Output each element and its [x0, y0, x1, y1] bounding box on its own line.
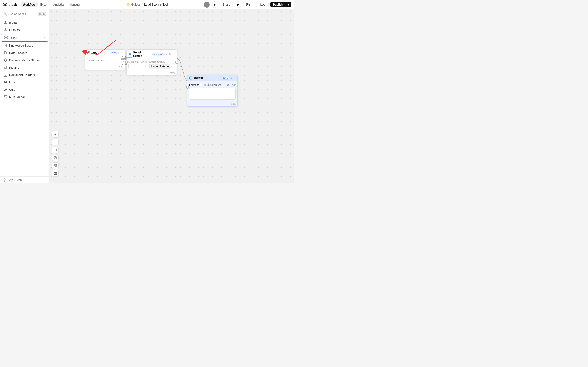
output-node-close[interactable]: ✕: [233, 76, 236, 80]
results-stepper[interactable]: ⌃⌄: [143, 65, 147, 67]
llms-chevron: ›: [44, 36, 45, 39]
play-icon-button[interactable]: ▶: [212, 1, 218, 8]
sidebar-item-utils[interactable]: Utils ›: [1, 86, 48, 93]
puzzle-icon: [4, 66, 7, 69]
sidebar-item-multi-modal[interactable]: Multi-Modal ›: [1, 93, 48, 100]
zoom-in-button[interactable]: +: [52, 131, 59, 138]
data-loaders-label: Data Loaders: [9, 51, 43, 55]
grid-button[interactable]: [52, 162, 59, 169]
edge-label: Input search for Google: [121, 55, 128, 66]
llms-label: LLMs: [10, 36, 42, 40]
country-field: Search Country United States us: [149, 61, 170, 69]
sidebar-item-plugins[interactable]: Plugins ›: [1, 64, 48, 71]
publish-caret-button[interactable]: ▾: [286, 2, 291, 7]
sidebar-item-data-loaders[interactable]: Data Loaders ›: [1, 49, 48, 56]
sidebar-item-document-readers[interactable]: Document Readers ›: [1, 71, 48, 78]
sidebar: 🔍 Ctrl K Inputs › Outputs ›: [0, 9, 49, 184]
utils-chevron: ›: [44, 88, 45, 91]
results-label: Number of Results: [128, 61, 147, 63]
search-icon: 🔍: [4, 12, 7, 16]
outputs-chevron: ›: [44, 28, 45, 31]
publish-main-button[interactable]: Publish: [270, 2, 286, 7]
input-node-close[interactable]: ✕: [121, 51, 123, 54]
input-node-title: Input: [92, 51, 109, 54]
upload-icon: [4, 21, 7, 24]
avatar[interactable]: [204, 2, 210, 8]
input-node-footer: 0.0s: [85, 65, 125, 69]
clear-button[interactable]: Clear: [227, 83, 236, 86]
svg-rect-5: [6, 36, 7, 37]
google-search-node-output-connector[interactable]: [175, 61, 178, 64]
tab-manager[interactable]: Manager: [67, 2, 82, 7]
grid-canvas-icon: [54, 164, 57, 167]
sidebar-item-llms[interactable]: LLMs ›: [1, 34, 48, 42]
sidebar-item-logic[interactable]: Logic ›: [1, 79, 48, 85]
sidebar-item-inputs[interactable]: Inputs ›: [1, 19, 48, 26]
breadcrumb: 📁 Guides / Lead Scoring Tool: [126, 3, 168, 6]
help-icon: ?: [3, 178, 6, 182]
input-node-icon: +: [87, 51, 90, 54]
google-search-node-gear[interactable]: ⚙: [169, 52, 171, 56]
output-node-info[interactable]: ℹ: [231, 76, 232, 80]
tab-workflow[interactable]: Workflow: [21, 2, 38, 7]
input-node-value[interactable]: [87, 58, 123, 63]
input-node-info[interactable]: ℹ: [118, 51, 120, 54]
share-button[interactable]: Share: [220, 2, 233, 7]
output-node-input-connector[interactable]: [186, 86, 189, 89]
svg-rect-29: [56, 166, 57, 167]
breadcrumb-parent[interactable]: Guides: [131, 3, 141, 6]
output-node-badge: out-0: [221, 76, 229, 80]
data-loaders-chevron: ›: [44, 51, 45, 54]
map-button[interactable]: [52, 170, 59, 177]
folder-icon: 📁: [126, 3, 130, 6]
save-canvas-button[interactable]: [52, 155, 59, 161]
google-search-node-body: Number of Results ⌃⌄ Search Country Unit…: [127, 59, 177, 71]
input-node[interactable]: + Input in-0 ℹ ✕ 0.0s: [85, 49, 125, 70]
logic-label: Logic: [9, 81, 43, 84]
file-icon: [4, 51, 7, 55]
logo-text: stack: [9, 3, 17, 6]
image-icon: [4, 95, 7, 99]
output-node-header: ↓ Output out-0 ℹ ✕: [187, 75, 237, 81]
country-select[interactable]: United States us: [149, 64, 170, 69]
annotation-arrow: [49, 9, 294, 184]
tab-export[interactable]: Export: [38, 2, 51, 7]
help-button[interactable]: ? Help & More: [0, 176, 49, 184]
outputs-label: Outputs: [9, 28, 43, 32]
google-search-node-info[interactable]: ℹ: [166, 52, 167, 56]
clear-icon: [227, 84, 229, 86]
svg-marker-1: [4, 3, 6, 6]
google-search-node[interactable]: G Google Search serpapi-0 ℹ ⚙ ✕ Number o…: [126, 49, 177, 75]
nav-tabs: Workflow Export Analytics Manager: [21, 2, 83, 7]
tab-analytics[interactable]: Analytics: [51, 2, 67, 7]
output-node[interactable]: ↓ Output out-0 ℹ ✕ Formatted ⧉ Download: [187, 75, 238, 107]
run-button[interactable]: Run: [243, 2, 254, 7]
svg-rect-26: [54, 165, 55, 165]
zoom-out-button[interactable]: −: [52, 139, 59, 145]
svg-point-3: [205, 6, 208, 8]
output-textarea[interactable]: [189, 88, 236, 100]
input-node-body: [85, 56, 125, 65]
fit-button[interactable]: [52, 147, 59, 153]
search-box[interactable]: 🔍 Ctrl K: [2, 11, 47, 17]
search-shortcut: Ctrl K: [38, 12, 46, 16]
logo-icon: [3, 2, 7, 7]
formatted-toggle[interactable]: [202, 83, 202, 87]
header-actions: ▶ Share ▶ Run Save Publish ▾: [204, 1, 291, 8]
workflow-canvas[interactable]: + Input in-0 ℹ ✕ 0.0s G Google Search se…: [49, 9, 294, 184]
connection-lines: [49, 9, 294, 184]
publish-button-group[interactable]: Publish ▾: [270, 2, 291, 7]
results-input[interactable]: [128, 64, 142, 68]
sidebar-item-knowledge-bases[interactable]: Knowledge Bases ›: [1, 42, 48, 49]
output-node-footer: 0.0s: [187, 102, 237, 106]
sidebar-item-dynamic-vector-stores[interactable]: Dynamic Vector Stores ›: [1, 57, 48, 64]
download-label: Download: [210, 83, 222, 86]
more-icon[interactable]: ⋮: [223, 83, 225, 86]
country-label: Search Country: [149, 61, 170, 63]
sidebar-item-outputs[interactable]: Outputs ›: [1, 26, 48, 33]
download-button[interactable]: Download: [207, 83, 222, 86]
run-play-button[interactable]: ▶: [235, 1, 242, 8]
google-search-node-close[interactable]: ✕: [173, 52, 175, 56]
save-button[interactable]: Save: [256, 2, 268, 7]
copy-icon[interactable]: ⧉: [204, 83, 206, 86]
